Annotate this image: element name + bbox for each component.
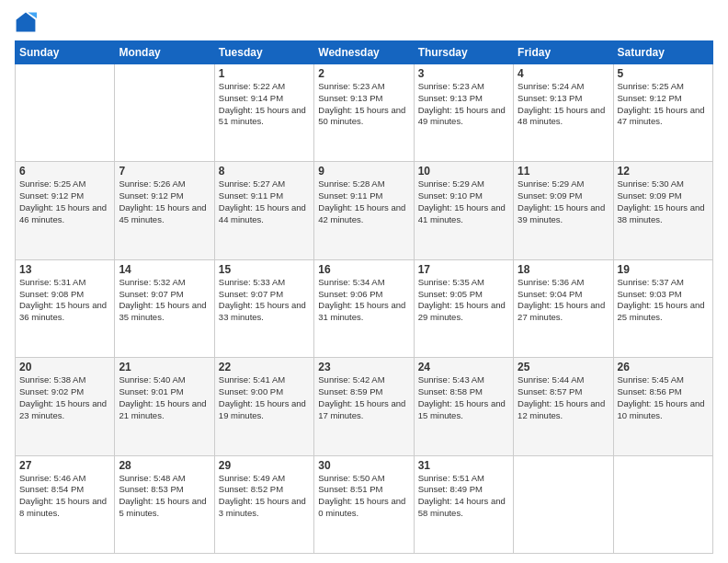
calendar-cell: 25Sunrise: 5:44 AMSunset: 8:57 PMDayligh… (514, 358, 613, 455)
day-number: 6 (19, 165, 110, 178)
day-detail: Sunrise: 5:35 AMSunset: 9:05 PMDaylight:… (418, 277, 509, 324)
day-number: 14 (119, 263, 210, 276)
calendar-cell: 9Sunrise: 5:28 AMSunset: 9:11 PMDaylight… (314, 162, 414, 259)
day-number: 16 (318, 263, 409, 276)
calendar-table: SundayMondayTuesdayWednesdayThursdayFrid… (15, 40, 713, 554)
day-detail: Sunrise: 5:27 AMSunset: 9:11 PMDaylight:… (219, 178, 310, 225)
day-number: 10 (418, 165, 509, 178)
calendar-cell: 19Sunrise: 5:37 AMSunset: 9:03 PMDayligh… (613, 259, 712, 357)
calendar-cell: 14Sunrise: 5:32 AMSunset: 9:07 PMDayligh… (115, 259, 214, 357)
day-number: 25 (518, 361, 609, 373)
day-detail: Sunrise: 5:29 AMSunset: 9:10 PMDaylight:… (418, 178, 509, 225)
day-number: 2 (318, 67, 409, 80)
calendar-cell (514, 455, 613, 553)
calendar-header-friday: Friday (514, 41, 613, 64)
day-detail: Sunrise: 5:23 AMSunset: 9:13 PMDaylight:… (318, 81, 409, 128)
calendar-cell: 13Sunrise: 5:31 AMSunset: 9:08 PMDayligh… (16, 259, 115, 357)
day-number: 18 (518, 263, 609, 276)
calendar-week-5: 27Sunrise: 5:46 AMSunset: 8:54 PMDayligh… (16, 455, 713, 553)
day-number: 3 (418, 67, 509, 80)
calendar-cell: 10Sunrise: 5:29 AMSunset: 9:10 PMDayligh… (414, 162, 513, 259)
day-detail: Sunrise: 5:31 AMSunset: 9:08 PMDaylight:… (19, 277, 110, 324)
calendar-header-tuesday: Tuesday (214, 41, 313, 64)
calendar-cell: 29Sunrise: 5:49 AMSunset: 8:52 PMDayligh… (214, 455, 313, 553)
day-detail: Sunrise: 5:45 AMSunset: 8:56 PMDaylight:… (618, 374, 709, 421)
day-number: 27 (19, 459, 110, 472)
calendar-cell: 17Sunrise: 5:35 AMSunset: 9:05 PMDayligh… (414, 259, 513, 357)
day-detail: Sunrise: 5:22 AMSunset: 9:14 PMDaylight:… (219, 81, 310, 128)
calendar-cell: 20Sunrise: 5:38 AMSunset: 9:02 PMDayligh… (16, 358, 115, 455)
day-number: 19 (618, 263, 709, 276)
day-detail: Sunrise: 5:24 AMSunset: 9:13 PMDaylight:… (518, 81, 609, 128)
calendar-header-sunday: Sunday (16, 41, 115, 64)
calendar-header-row: SundayMondayTuesdayWednesdayThursdayFrid… (16, 41, 713, 64)
day-detail: Sunrise: 5:50 AMSunset: 8:51 PMDaylight:… (318, 473, 409, 520)
day-detail: Sunrise: 5:46 AMSunset: 8:54 PMDaylight:… (19, 473, 110, 520)
day-number: 23 (318, 361, 409, 373)
calendar-cell (16, 64, 115, 162)
day-detail: Sunrise: 5:30 AMSunset: 9:09 PMDaylight:… (618, 178, 709, 225)
day-detail: Sunrise: 5:48 AMSunset: 8:53 PMDaylight:… (119, 473, 210, 520)
day-number: 31 (418, 459, 509, 472)
calendar-cell: 23Sunrise: 5:42 AMSunset: 8:59 PMDayligh… (314, 358, 414, 455)
day-number: 26 (618, 361, 709, 373)
calendar-cell: 22Sunrise: 5:41 AMSunset: 9:00 PMDayligh… (214, 358, 313, 455)
day-detail: Sunrise: 5:51 AMSunset: 8:49 PMDaylight:… (418, 473, 509, 520)
calendar-cell: 7Sunrise: 5:26 AMSunset: 9:12 PMDaylight… (115, 162, 214, 259)
calendar-cell: 16Sunrise: 5:34 AMSunset: 9:06 PMDayligh… (314, 259, 414, 357)
calendar-cell: 30Sunrise: 5:50 AMSunset: 8:51 PMDayligh… (314, 455, 414, 553)
day-detail: Sunrise: 5:32 AMSunset: 9:07 PMDaylight:… (119, 277, 210, 324)
calendar-cell: 18Sunrise: 5:36 AMSunset: 9:04 PMDayligh… (514, 259, 613, 357)
day-detail: Sunrise: 5:40 AMSunset: 9:01 PMDaylight:… (119, 374, 210, 421)
calendar-header-thursday: Thursday (414, 41, 513, 64)
calendar-cell (115, 64, 214, 162)
day-number: 5 (618, 67, 709, 80)
calendar-cell: 11Sunrise: 5:29 AMSunset: 9:09 PMDayligh… (514, 162, 613, 259)
day-detail: Sunrise: 5:43 AMSunset: 8:58 PMDaylight:… (418, 374, 509, 421)
calendar-cell (613, 455, 712, 553)
day-detail: Sunrise: 5:36 AMSunset: 9:04 PMDaylight:… (518, 277, 609, 324)
calendar-cell: 3Sunrise: 5:23 AMSunset: 9:13 PMDaylight… (414, 64, 513, 162)
calendar-week-2: 6Sunrise: 5:25 AMSunset: 9:12 PMDaylight… (16, 162, 713, 259)
calendar-week-3: 13Sunrise: 5:31 AMSunset: 9:08 PMDayligh… (16, 259, 713, 357)
calendar-cell: 2Sunrise: 5:23 AMSunset: 9:13 PMDaylight… (314, 64, 414, 162)
day-number: 9 (318, 165, 409, 178)
logo-icon (15, 11, 37, 33)
calendar-cell: 26Sunrise: 5:45 AMSunset: 8:56 PMDayligh… (613, 358, 712, 455)
calendar-cell: 1Sunrise: 5:22 AMSunset: 9:14 PMDaylight… (214, 64, 313, 162)
day-number: 28 (119, 459, 210, 472)
calendar-cell: 31Sunrise: 5:51 AMSunset: 8:49 PMDayligh… (414, 455, 513, 553)
day-detail: Sunrise: 5:29 AMSunset: 9:09 PMDaylight:… (518, 178, 609, 225)
calendar-cell: 4Sunrise: 5:24 AMSunset: 9:13 PMDaylight… (514, 64, 613, 162)
day-number: 30 (318, 459, 409, 472)
day-detail: Sunrise: 5:33 AMSunset: 9:07 PMDaylight:… (219, 277, 310, 324)
day-number: 21 (119, 361, 210, 373)
day-number: 17 (418, 263, 509, 276)
calendar-cell: 28Sunrise: 5:48 AMSunset: 8:53 PMDayligh… (115, 455, 214, 553)
calendar-cell: 24Sunrise: 5:43 AMSunset: 8:58 PMDayligh… (414, 358, 513, 455)
calendar-cell: 5Sunrise: 5:25 AMSunset: 9:12 PMDaylight… (613, 64, 712, 162)
day-detail: Sunrise: 5:49 AMSunset: 8:52 PMDaylight:… (219, 473, 310, 520)
day-detail: Sunrise: 5:38 AMSunset: 9:02 PMDaylight:… (19, 374, 110, 421)
day-number: 1 (219, 67, 310, 80)
calendar-header-monday: Monday (115, 41, 214, 64)
day-detail: Sunrise: 5:37 AMSunset: 9:03 PMDaylight:… (618, 277, 709, 324)
calendar-week-4: 20Sunrise: 5:38 AMSunset: 9:02 PMDayligh… (16, 358, 713, 455)
day-number: 22 (219, 361, 310, 373)
calendar-cell: 8Sunrise: 5:27 AMSunset: 9:11 PMDaylight… (214, 162, 313, 259)
day-number: 4 (518, 67, 609, 80)
day-number: 24 (418, 361, 509, 373)
day-detail: Sunrise: 5:25 AMSunset: 9:12 PMDaylight:… (19, 178, 110, 225)
day-detail: Sunrise: 5:25 AMSunset: 9:12 PMDaylight:… (618, 81, 709, 128)
logo (15, 11, 39, 33)
day-number: 12 (618, 165, 709, 178)
day-detail: Sunrise: 5:26 AMSunset: 9:12 PMDaylight:… (119, 178, 210, 225)
day-number: 29 (219, 459, 310, 472)
header (15, 11, 713, 33)
calendar-header-saturday: Saturday (613, 41, 712, 64)
day-detail: Sunrise: 5:23 AMSunset: 9:13 PMDaylight:… (418, 81, 509, 128)
calendar-week-1: 1Sunrise: 5:22 AMSunset: 9:14 PMDaylight… (16, 64, 713, 162)
day-number: 7 (119, 165, 210, 178)
calendar-cell: 15Sunrise: 5:33 AMSunset: 9:07 PMDayligh… (214, 259, 313, 357)
page: SundayMondayTuesdayWednesdayThursdayFrid… (0, 0, 728, 563)
